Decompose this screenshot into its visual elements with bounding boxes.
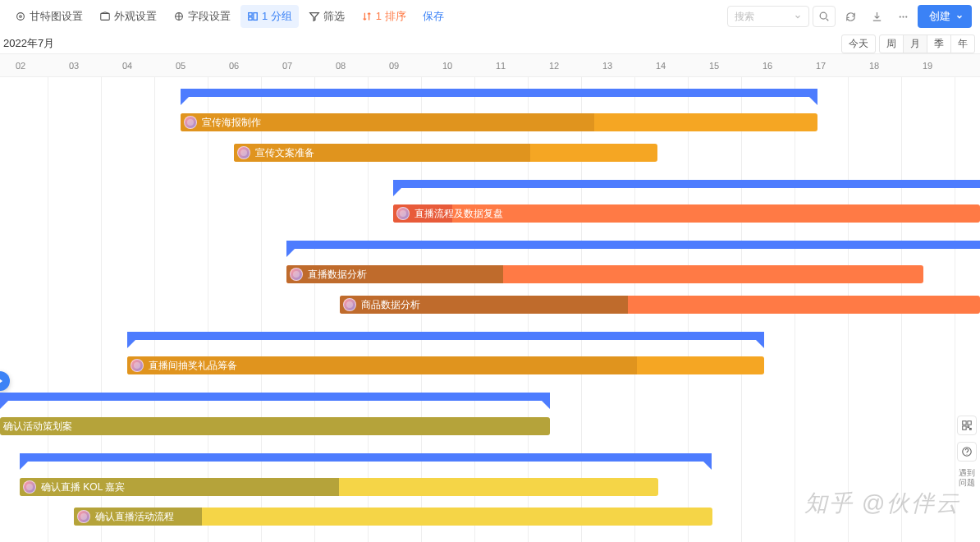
svg-point-0	[17, 13, 25, 21]
appearance-label: 外观设置	[114, 9, 157, 24]
task-label: 直播流程及数据复盘	[414, 207, 503, 221]
group-label: 1 分组	[262, 9, 292, 24]
search-icon-btn[interactable]	[813, 6, 836, 27]
appearance-btn[interactable]: 外观设置	[93, 5, 163, 28]
qr-btn[interactable]	[957, 416, 977, 435]
filter-label: 筛选	[323, 9, 345, 24]
day-header-cell: 06	[218, 54, 250, 77]
task-bar[interactable]: 宣传海报制作	[181, 113, 817, 131]
view-quarter[interactable]: 季	[927, 34, 951, 53]
day-header-cell: 08	[324, 54, 357, 77]
day-header-cell: 16	[751, 54, 784, 77]
create-label: 创建	[929, 9, 950, 24]
gantt-chart[interactable]: 宣传海报制作宣传文案准备直播流程及数据复盘直播数据分析商品数据分析直播间抽奖礼品…	[0, 77, 980, 542]
day-header-cell: 19	[911, 54, 944, 77]
palette-icon	[99, 11, 111, 22]
refresh-btn[interactable]	[839, 6, 862, 27]
avatar	[77, 510, 90, 523]
help-btn[interactable]	[957, 442, 977, 462]
expand-handle[interactable]	[0, 371, 10, 391]
task-label: 确认活动策划案	[3, 420, 72, 434]
task-bar[interactable]: 确认直播活动流程	[74, 508, 712, 526]
avatar	[23, 480, 36, 494]
day-header-row: 020304050607080910111213141516171819	[0, 54, 980, 77]
download-btn[interactable]	[865, 6, 888, 27]
filter-btn[interactable]: 筛选	[302, 5, 351, 28]
day-header-cell: 18	[858, 54, 891, 77]
sort-btn[interactable]: 1 排序	[355, 5, 413, 28]
summary-bar[interactable]	[20, 453, 712, 462]
svg-rect-11	[963, 421, 966, 425]
day-header-cell: 04	[111, 54, 144, 77]
task-bar[interactable]: 商品数据分析	[340, 296, 980, 314]
group-btn[interactable]: 1 分组	[240, 5, 299, 28]
avatar	[184, 116, 197, 129]
svg-point-7	[820, 12, 827, 19]
zoom-group: 周 月 季 年	[879, 34, 975, 53]
save-label: 保存	[423, 9, 444, 24]
summary-bar[interactable]	[393, 180, 980, 188]
svg-rect-14	[968, 426, 969, 428]
group-icon	[247, 11, 259, 22]
task-label: 确认直播活动流程	[95, 510, 174, 524]
summary-bar[interactable]	[181, 89, 817, 97]
save-btn[interactable]: 保存	[416, 5, 451, 28]
day-header-cell: 17	[804, 54, 837, 77]
svg-rect-13	[963, 426, 966, 429]
view-year[interactable]: 年	[950, 34, 975, 53]
avatar	[237, 146, 250, 159]
day-header-cell: 10	[431, 54, 464, 77]
avatar	[396, 207, 410, 220]
svg-rect-12	[968, 421, 971, 425]
today-btn[interactable]: 今天	[841, 34, 876, 53]
avatar	[131, 359, 144, 372]
sort-icon	[361, 11, 373, 22]
day-header-cell: 11	[484, 54, 517, 77]
more-btn[interactable]	[891, 6, 914, 27]
search-icon	[818, 11, 830, 22]
svg-rect-6	[254, 13, 257, 21]
task-bar[interactable]: 直播间抽奖礼品筹备	[127, 356, 764, 374]
summary-bar[interactable]	[127, 332, 764, 340]
task-label: 宣传文案准备	[255, 146, 314, 160]
svg-rect-5	[249, 17, 252, 21]
feedback-label: 遇到问题	[959, 468, 975, 488]
help-floater: 遇到问题	[957, 416, 977, 488]
svg-rect-4	[249, 13, 252, 16]
day-header-cell: 09	[378, 54, 410, 77]
svg-point-1	[20, 16, 22, 18]
field-settings-label: 字段设置	[188, 9, 231, 24]
day-header-cell: 15	[698, 54, 730, 77]
task-bar[interactable]: 确认活动策划案	[0, 417, 550, 435]
help-icon	[961, 446, 973, 457]
gantt-settings-btn[interactable]: 甘特图设置	[8, 5, 89, 28]
summary-bar[interactable]	[286, 241, 980, 249]
task-bar[interactable]: 宣传文案准备	[234, 144, 657, 162]
summary-bar[interactable]	[0, 393, 550, 401]
day-header-cell: 14	[644, 54, 677, 77]
create-button[interactable]: 创建	[918, 5, 972, 28]
task-bar[interactable]: 直播流程及数据复盘	[393, 204, 980, 223]
refresh-icon	[845, 11, 857, 23]
day-header-cell: 05	[164, 54, 197, 77]
view-week[interactable]: 周	[879, 34, 904, 53]
task-label: 直播间抽奖礼品筹备	[149, 359, 237, 373]
task-label: 直播数据分析	[308, 268, 367, 282]
task-bar[interactable]: 直播数据分析	[286, 265, 923, 283]
view-month[interactable]: 月	[903, 34, 927, 53]
qr-icon	[961, 420, 973, 431]
task-bar[interactable]: 确认直播 KOL 嘉宾	[20, 478, 658, 496]
day-header-cell: 13	[591, 54, 624, 77]
chevron-down-icon	[955, 12, 964, 21]
month-label: 2022年7月	[0, 36, 54, 51]
search-placeholder: 搜索	[735, 10, 754, 24]
search-input[interactable]: 搜索	[727, 6, 809, 27]
day-header-cell: 02	[4, 54, 37, 77]
gear-icon	[15, 11, 26, 22]
svg-rect-2	[101, 14, 110, 21]
more-icon	[897, 11, 909, 23]
field-settings-btn[interactable]: 字段设置	[167, 5, 237, 28]
toolbar: 甘特图设置 外观设置 字段设置 1 分组 筛选 1 排序 保存 搜索 创建	[0, 0, 980, 33]
svg-rect-15	[970, 429, 972, 430]
date-header: 2022年7月 今天 周 月 季 年	[0, 33, 980, 54]
